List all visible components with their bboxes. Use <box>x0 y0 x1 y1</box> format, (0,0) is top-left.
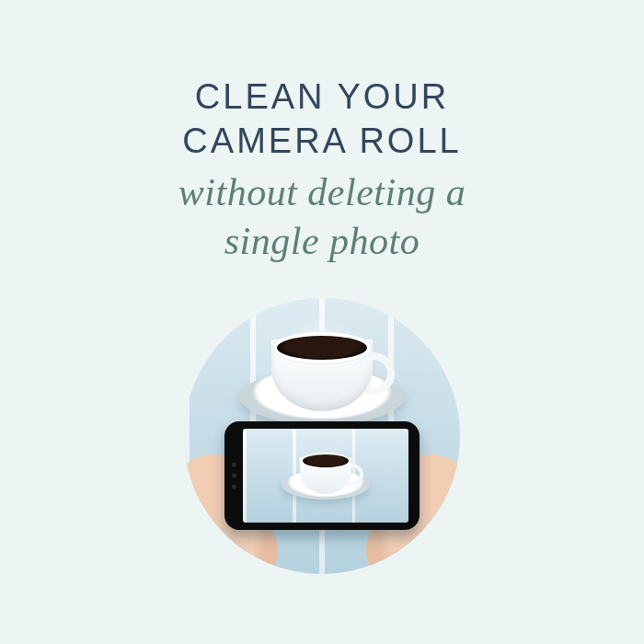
hero-image <box>184 298 460 574</box>
headline-secondary-line1: without deleting a <box>178 171 466 213</box>
phone-screen <box>243 429 408 523</box>
phone-icon <box>224 421 420 530</box>
headline-secondary-line2: single photo <box>224 220 420 262</box>
headline-primary-line1: CLEAN YOUR <box>195 77 449 116</box>
headline-secondary: without deleting a single photo <box>178 168 466 265</box>
headline-block: CLEAN YOUR CAMERA ROLL without deleting … <box>178 75 466 265</box>
headline-primary-line2: CAMERA ROLL <box>182 121 461 160</box>
headline-primary: CLEAN YOUR CAMERA ROLL <box>178 75 466 163</box>
